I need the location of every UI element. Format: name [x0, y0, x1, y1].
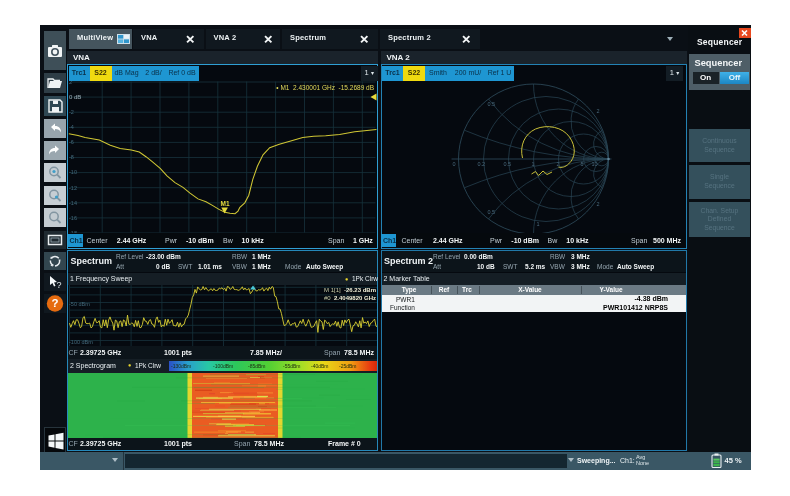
svg-text:10: 10	[591, 161, 597, 167]
svg-text:?: ?	[56, 280, 61, 290]
svg-text:0.5: 0.5	[487, 101, 495, 107]
svg-text:0.5: 0.5	[487, 209, 495, 215]
svg-text:0: 0	[452, 161, 455, 167]
svg-text:1: 1	[536, 221, 539, 227]
svg-text:0.5: 0.5	[503, 161, 511, 167]
svg-text:?: ?	[51, 297, 58, 309]
svg-text:0.2: 0.2	[477, 161, 485, 167]
svg-text:5: 5	[580, 161, 583, 167]
svg-text:1: 1	[531, 161, 534, 167]
svg-text:2: 2	[556, 161, 559, 167]
svg-text:2: 2	[596, 201, 599, 207]
svg-text:2: 2	[596, 108, 599, 114]
